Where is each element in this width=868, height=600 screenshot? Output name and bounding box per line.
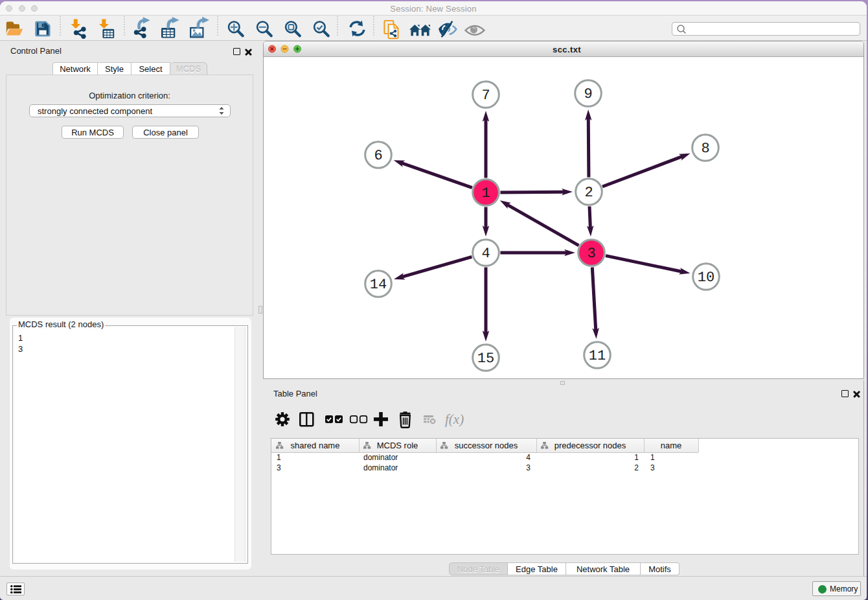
svg-text:2: 2 <box>584 185 593 201</box>
svg-text:f(x): f(x) <box>445 411 464 427</box>
svg-text:6: 6 <box>374 148 382 164</box>
svg-text:10: 10 <box>698 270 714 286</box>
svg-text:14: 14 <box>370 277 387 293</box>
svg-text:4: 4 <box>481 246 490 262</box>
svg-text:8: 8 <box>701 141 709 157</box>
svg-text:7: 7 <box>481 87 490 104</box>
svg-text:1: 1 <box>481 185 490 202</box>
svg-text:3: 3 <box>587 246 595 262</box>
svg-text:11: 11 <box>589 348 606 364</box>
svg-text:9: 9 <box>584 86 592 102</box>
svg-text:15: 15 <box>477 351 494 367</box>
